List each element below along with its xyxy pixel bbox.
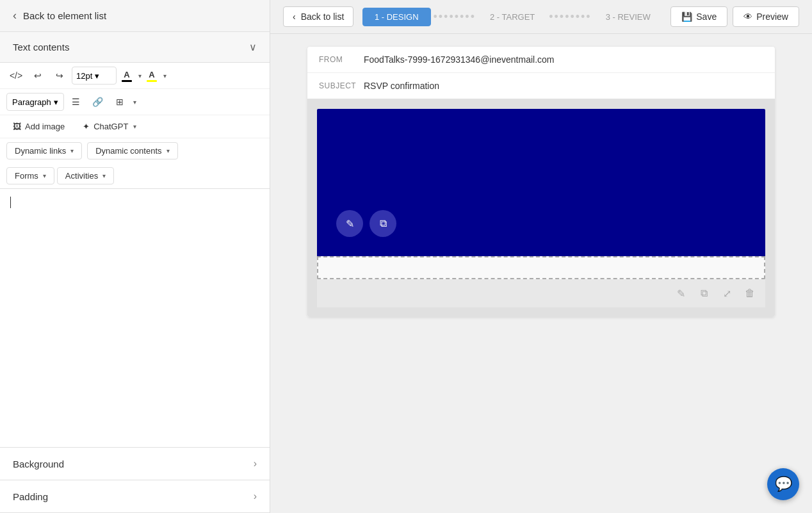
back-to-list-label: Back to list <box>301 12 345 22</box>
undo-button[interactable]: ↩ <box>28 67 47 85</box>
forms-button[interactable]: Forms ▾ <box>6 167 54 184</box>
footer-edit-icon[interactable]: ✎ <box>672 284 690 302</box>
dynamic-links-label: Dynamic links <box>15 146 66 156</box>
font-size-value: 12pt <box>76 71 92 81</box>
step-2-target[interactable]: 2 - TARGET <box>478 8 546 26</box>
code-button[interactable]: </> <box>6 67 26 85</box>
save-button[interactable]: 💾 Save <box>670 6 727 27</box>
add-image-label: Add image <box>25 122 65 131</box>
back-to-list-chevron-icon: ‹ <box>293 12 296 22</box>
padding-section[interactable]: Padding › <box>0 480 270 513</box>
code-icon: </> <box>10 70 22 81</box>
preview-icon: 👁 <box>743 12 752 22</box>
highlight-icon: A <box>149 70 154 79</box>
text-color-button[interactable]: A <box>119 69 134 83</box>
chatgpt-icon: ✦ <box>83 122 90 131</box>
back-button-label: Back to element list <box>23 10 106 21</box>
redo-button[interactable]: ↪ <box>50 67 69 85</box>
step-3-label: 3 - REVIEW <box>606 12 651 22</box>
add-image-button[interactable]: 🖼 Add image <box>6 119 71 134</box>
action-buttons: 💾 Save 👁 Preview <box>670 6 799 27</box>
table-dropdown-arrow[interactable]: ▾ <box>133 99 136 106</box>
bullet-list-button[interactable]: ☰ <box>67 93 86 111</box>
copy-float-icon[interactable]: ⧉ <box>369 210 396 237</box>
undo-icon: ↩ <box>34 70 42 81</box>
dynamic-contents-button[interactable]: Dynamic contents ▾ <box>87 142 177 159</box>
from-value: FoodTalks-7999-1672931346@ineventmail.co… <box>364 54 555 65</box>
activities-label: Activities <box>65 171 98 181</box>
right-panel: ‹ Back to list 1 - DESIGN •••••••• 2 - T… <box>270 0 812 513</box>
chatgpt-button[interactable]: ✦ ChatGPT ▾ <box>76 119 143 134</box>
text-cursor <box>10 197 11 208</box>
step-1-label: 1 - DESIGN <box>375 12 419 22</box>
step-dots-2: •••••••• <box>546 10 594 24</box>
background-chevron-icon: › <box>254 458 257 469</box>
chat-bubble-button[interactable]: 💬 <box>767 468 799 500</box>
subject-value: RSVP confirmation <box>364 81 439 91</box>
table-button[interactable]: ⊞ <box>110 93 129 111</box>
edit-float-icon[interactable]: ✎ <box>336 210 363 237</box>
chatgpt-label: ChatGPT <box>93 122 128 131</box>
background-section[interactable]: Background › <box>0 448 270 480</box>
chatgpt-dropdown-arrow: ▾ <box>133 123 136 130</box>
paragraph-selector[interactable]: Paragraph ▾ <box>6 93 64 111</box>
email-subject-field: SUBJECT RSVP confirmation <box>307 73 775 99</box>
email-content-block: ✎ ⧉ <box>317 109 765 279</box>
dynamic-contents-arrow: ▾ <box>166 147 170 154</box>
toolbar-row-2: Paragraph ▾ ☰ 🔗 ⊞ ▾ <box>0 89 270 115</box>
step-dots-1: •••••••• <box>431 10 478 24</box>
paragraph-chevron-icon: ▾ <box>54 97 58 107</box>
dynamic-links-arrow: ▾ <box>70 147 74 154</box>
save-icon: 💾 <box>681 12 692 22</box>
link-icon: 🔗 <box>92 97 103 107</box>
highlight-bar <box>147 80 157 82</box>
step-2-label: 2 - TARGET <box>490 12 535 22</box>
font-size-selector[interactable]: 12pt ▾ <box>72 67 117 85</box>
preview-label: Preview <box>756 12 788 22</box>
link-button[interactable]: 🔗 <box>88 93 108 111</box>
save-label: Save <box>696 12 717 22</box>
add-image-icon: 🖼 <box>13 122 21 131</box>
back-to-element-list-button[interactable]: ‹ Back to element list <box>0 0 270 31</box>
preview-button[interactable]: 👁 Preview <box>733 6 799 27</box>
text-content-block[interactable] <box>317 256 765 279</box>
step-1-design[interactable]: 1 - DESIGN <box>362 8 431 26</box>
table-icon: ⊞ <box>116 97 124 107</box>
text-contents-header[interactable]: Text contents ∨ <box>0 31 270 63</box>
text-color-icon: A <box>124 70 129 79</box>
text-color-dropdown-arrow[interactable]: ▾ <box>138 72 142 79</box>
text-editor-area[interactable] <box>0 189 270 448</box>
footer-delete-icon[interactable]: 🗑 <box>741 284 759 302</box>
text-color-bar <box>122 80 132 82</box>
top-bar: ‹ Back to list 1 - DESIGN •••••••• 2 - T… <box>270 0 812 34</box>
background-label: Background <box>13 459 64 469</box>
dynamic-links-button[interactable]: Dynamic links ▾ <box>6 142 82 159</box>
highlight-button[interactable]: A <box>144 69 159 83</box>
dynamic-contents-label: Dynamic contents <box>95 146 161 156</box>
text-toolbar: </> ↩ ↪ 12pt ▾ A ▾ A ▾ <box>0 63 270 189</box>
chat-bubble-icon: 💬 <box>775 476 792 493</box>
toolbar-row-4: Dynamic links ▾ Dynamic contents ▾ <box>0 138 270 163</box>
from-label: FROM <box>319 55 364 64</box>
email-body: ✎ ⧉ ✎ ⧉ ⤢ 🗑 <box>307 99 775 317</box>
left-panel: ‹ Back to element list Text contents ∨ <… <box>0 0 270 513</box>
email-footer-controls: ✎ ⧉ ⤢ 🗑 <box>317 279 765 307</box>
step-3-review[interactable]: 3 - REVIEW <box>594 8 662 26</box>
font-size-chevron-icon: ▾ <box>95 71 99 81</box>
activities-button[interactable]: Activities ▾ <box>57 167 114 184</box>
footer-copy-icon[interactable]: ⧉ <box>695 284 713 302</box>
paragraph-label: Paragraph <box>12 97 51 107</box>
floating-action-icons: ✎ ⧉ <box>336 210 396 237</box>
steps-nav: 1 - DESIGN •••••••• 2 - TARGET •••••••• … <box>362 8 662 26</box>
email-header: FROM FoodTalks-7999-1672931346@ineventma… <box>307 47 775 99</box>
padding-chevron-icon: › <box>254 491 257 502</box>
dark-blue-image-block[interactable]: ✎ ⧉ <box>317 109 765 256</box>
back-to-list-button[interactable]: ‹ Back to list <box>283 6 353 27</box>
forms-label: Forms <box>15 171 38 181</box>
subject-label: SUBJECT <box>319 81 364 90</box>
text-contents-chevron-icon: ∨ <box>249 41 257 53</box>
forms-arrow: ▾ <box>43 172 46 179</box>
footer-move-icon[interactable]: ⤢ <box>718 284 736 302</box>
highlight-dropdown-arrow[interactable]: ▾ <box>163 72 166 79</box>
email-from-field: FROM FoodTalks-7999-1672931346@ineventma… <box>307 47 775 73</box>
